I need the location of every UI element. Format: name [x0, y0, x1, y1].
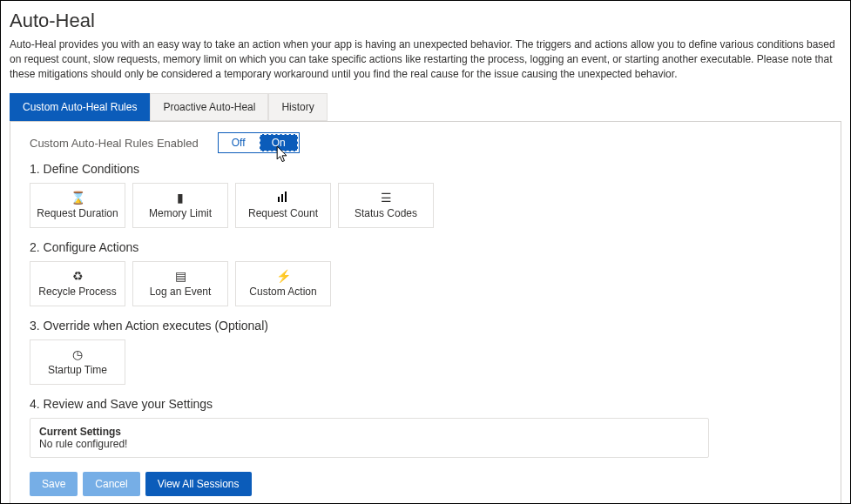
view-all-sessions-button[interactable]: View All Sessions	[145, 472, 252, 496]
section-define-conditions: 1. Define Conditions	[30, 162, 821, 176]
panel-custom-rules: Custom Auto-Heal Rules Enabled Off On 1.…	[10, 121, 841, 504]
tile-label: Custom Action	[249, 286, 316, 298]
enable-toggle[interactable]: Off On	[218, 132, 300, 153]
tab-proactive[interactable]: Proactive Auto-Heal	[150, 93, 268, 121]
tile-recycle-process[interactable]: ♻ Recycle Process	[30, 261, 125, 306]
save-button[interactable]: Save	[30, 472, 78, 496]
tile-label: Request Count	[248, 207, 318, 219]
tab-custom-rules[interactable]: Custom Auto-Heal Rules	[10, 93, 150, 121]
tile-label: Recycle Process	[38, 286, 116, 298]
tab-history[interactable]: History	[268, 93, 327, 121]
tile-status-codes[interactable]: ☰ Status Codes	[338, 183, 434, 228]
tile-memory-limit[interactable]: ▮ Memory Limit	[132, 183, 228, 228]
section-override: 3. Override when Action executes (Option…	[30, 319, 821, 333]
page-title: Auto-Heal	[10, 10, 841, 32]
recycle-icon: ♻	[72, 270, 84, 282]
current-settings-title: Current Settings	[39, 426, 699, 438]
section-review: 4. Review and Save your Settings	[30, 397, 821, 411]
page-description: Auto-Heal provides you with an easy way …	[10, 37, 841, 81]
tile-label: Status Codes	[355, 207, 417, 219]
clock-icon: ◷	[72, 348, 83, 360]
svg-rect-1	[281, 194, 283, 202]
tile-log-event[interactable]: ▤ Log an Event	[132, 261, 228, 306]
log-icon: ▤	[175, 270, 186, 282]
tile-label: Startup Time	[48, 364, 107, 376]
svg-rect-0	[278, 197, 280, 202]
toggle-on[interactable]: On	[260, 134, 298, 151]
cancel-button[interactable]: Cancel	[83, 472, 139, 496]
tile-request-duration[interactable]: ⌛ Request Duration	[30, 183, 125, 228]
tile-label: Request Duration	[37, 207, 118, 219]
tile-custom-action[interactable]: ⚡ Custom Action	[235, 261, 331, 306]
tile-label: Memory Limit	[149, 207, 212, 219]
toggle-off[interactable]: Off	[219, 133, 259, 152]
list-icon: ☰	[381, 192, 392, 204]
current-settings-box: Current Settings No rule configured!	[30, 418, 709, 458]
bar-chart-icon	[277, 192, 289, 204]
tile-startup-time[interactable]: ◷ Startup Time	[30, 339, 125, 385]
section-configure-actions: 2. Configure Actions	[30, 240, 821, 254]
memory-icon: ▮	[177, 192, 184, 204]
tile-request-count[interactable]: Request Count	[235, 183, 331, 228]
svg-rect-2	[285, 192, 287, 202]
enable-label: Custom Auto-Heal Rules Enabled	[30, 137, 199, 150]
current-settings-value: No rule configured!	[39, 438, 699, 450]
hourglass-icon: ⌛	[71, 192, 85, 204]
tile-label: Log an Event	[150, 286, 212, 298]
tab-bar: Custom Auto-Heal Rules Proactive Auto-He…	[10, 93, 841, 121]
bolt-icon: ⚡	[276, 270, 291, 282]
